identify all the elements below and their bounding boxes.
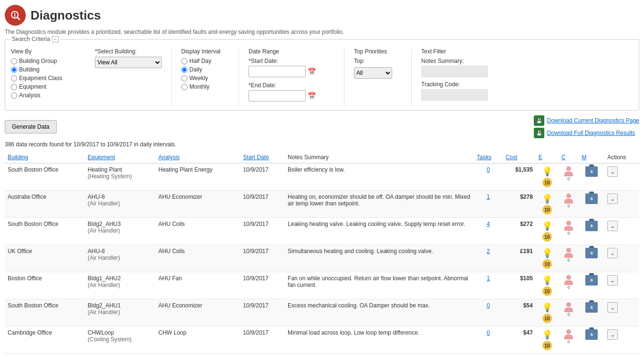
start-date-field: *Start Date: 10/9/2017 📅: [249, 58, 334, 77]
cell-m: 6: [579, 191, 604, 218]
top-priorities-dropdown[interactable]: All 10 20 50: [354, 67, 392, 79]
row-dropdown-button[interactable]: ⌄: [607, 302, 618, 313]
radio-half-day[interactable]: Half Day: [181, 58, 229, 64]
cell-start-date: 10/9/2017: [240, 299, 285, 326]
col-header-c[interactable]: C: [559, 152, 579, 163]
table-row: South Boston Office Bldg2_AHU3 (Air Hand…: [5, 218, 639, 245]
cell-e: 💡 10: [536, 299, 559, 326]
cell-building: Boston Office: [5, 272, 85, 299]
cell-actions[interactable]: ⌄: [604, 191, 639, 218]
cell-equipment: Bldg1_AHU2 (Air Handler): [85, 272, 156, 299]
view-by-label: View By: [11, 48, 87, 55]
cell-c: 0: [559, 163, 579, 191]
radio-weekly[interactable]: Weekly: [181, 75, 229, 82]
cell-cost: £191: [503, 245, 536, 272]
task-count-link[interactable]: 0: [487, 329, 490, 336]
cell-start-date: 10/9/2017: [240, 272, 285, 299]
cell-building: Australia Office: [5, 191, 85, 218]
radio-equipment[interactable]: Equipment: [11, 83, 87, 90]
col-header-building[interactable]: Building: [5, 152, 85, 163]
task-count-link[interactable]: 2: [487, 248, 490, 255]
table-row: UK Office AHU-8 (Air Handler) AHU Coils …: [5, 245, 639, 272]
cell-actions[interactable]: ⌄: [604, 218, 639, 245]
cell-start-date: 10/9/2017: [240, 218, 285, 245]
row-dropdown-button[interactable]: ⌄: [607, 166, 618, 177]
cell-notes: Simultaneous heating and cooling. Leakin…: [285, 245, 474, 272]
date-range-section: Date Range *Start Date: 10/9/2017 📅 *End…: [249, 48, 334, 106]
cell-tasks: 0: [474, 163, 502, 191]
radio-equipment-class[interactable]: Equipment Class: [11, 75, 87, 82]
cell-c: 0: [559, 218, 579, 245]
top-priorities-section: Top Priorities Top: All 10 20 50: [354, 48, 402, 79]
col-header-e[interactable]: E: [536, 152, 559, 163]
view-by-radio-group: Building Group Building Equipment Class …: [11, 58, 87, 99]
task-count-link[interactable]: 0: [487, 166, 490, 173]
radio-building[interactable]: Building: [11, 66, 87, 73]
cell-tasks: 0: [474, 326, 502, 354]
row-dropdown-button[interactable]: ⌄: [607, 194, 618, 204]
cell-notes: Boiler efficiency is low.: [285, 163, 474, 191]
svg-point-3: [14, 17, 15, 18]
tracking-code-input[interactable]: [421, 89, 488, 101]
table-row: Cambridge Office CHWLoop (Cooling System…: [5, 326, 639, 354]
table-header-row: Building Equipment Analysis Start Date N…: [5, 152, 639, 163]
cell-actions[interactable]: ⌄: [604, 245, 639, 272]
cell-cost: $105: [503, 272, 536, 299]
cell-equipment: AHU-8 (Air Handler): [85, 245, 156, 272]
diagnostics-icon: [5, 5, 26, 26]
cell-e: 💡 10: [536, 218, 559, 245]
cell-m: 6: [579, 272, 604, 299]
row-dropdown-button[interactable]: ⌄: [607, 329, 618, 340]
select-building-dropdown[interactable]: View All: [95, 57, 162, 68]
cell-actions[interactable]: ⌄: [604, 272, 639, 299]
cell-notes: Leaking heating valve. Leaking cooling v…: [285, 218, 474, 245]
col-header-m[interactable]: M: [579, 152, 604, 163]
end-date-calendar-icon[interactable]: 📅: [308, 92, 316, 100]
page-description: The Diagnostics module provides a priori…: [5, 29, 639, 35]
cell-c: 0: [559, 326, 579, 354]
radio-building-group[interactable]: Building Group: [11, 58, 87, 64]
row-dropdown-button[interactable]: ⌄: [607, 275, 618, 286]
records-info: 386 data records found for 10/9/2017 to …: [5, 141, 639, 148]
text-filter-section: Text Filter Notes Summary: Tracking Code…: [421, 48, 493, 104]
cell-notes: Heating on, economizer should be off. OA…: [285, 191, 474, 218]
start-date-input[interactable]: 10/9/2017: [249, 66, 306, 77]
cell-actions[interactable]: ⌄: [604, 299, 639, 326]
row-dropdown-button[interactable]: ⌄: [607, 248, 618, 258]
generate-data-button[interactable]: Generate Data: [5, 120, 57, 133]
end-date-input[interactable]: 10/9/2017: [249, 90, 306, 102]
notes-summary-field: Notes Summary:: [421, 58, 493, 77]
radio-analysis[interactable]: Analysis: [11, 92, 87, 99]
end-date-field: *End Date: 10/9/2017 📅: [249, 82, 334, 102]
table-row: South Boston Office Heating Plant (Heati…: [5, 163, 639, 191]
radio-daily[interactable]: Daily: [181, 66, 229, 73]
task-count-link[interactable]: 4: [487, 221, 490, 227]
cell-e: 💡 10: [536, 163, 559, 191]
cell-tasks: 0: [474, 299, 502, 326]
cell-actions[interactable]: ⌄: [604, 326, 639, 354]
cell-cost: $1,535: [503, 163, 536, 191]
cell-cost: $47: [503, 326, 536, 354]
col-header-cost[interactable]: Cost: [503, 152, 536, 163]
collapse-icon[interactable]: −: [52, 36, 59, 42]
cell-tasks: 1: [474, 191, 502, 218]
select-building-label: *Select Building:: [95, 48, 162, 55]
notes-summary-input[interactable]: [421, 66, 488, 77]
cell-m: 6: [579, 245, 604, 272]
cell-tasks: 1: [474, 272, 502, 299]
task-count-link[interactable]: 0: [487, 302, 490, 309]
download-current-link[interactable]: 💾 Download Current Diagnostics Page: [534, 115, 639, 126]
task-count-link[interactable]: 1: [487, 194, 490, 200]
col-header-analysis[interactable]: Analysis: [156, 152, 240, 163]
text-filter-label: Text Filter: [421, 48, 493, 55]
row-dropdown-button[interactable]: ⌄: [607, 221, 618, 231]
start-date-calendar-icon[interactable]: 📅: [308, 68, 316, 75]
task-count-link[interactable]: 1: [487, 275, 490, 282]
table-row: Australia Office AHU-8 (Air Handler) AHU…: [5, 191, 639, 218]
col-header-start-date[interactable]: Start Date: [240, 152, 285, 163]
radio-monthly[interactable]: Monthly: [181, 83, 229, 90]
col-header-equipment[interactable]: Equipment: [85, 152, 156, 163]
download-full-link[interactable]: 💾 Download Full Diagnostics Results: [534, 128, 639, 138]
cell-actions[interactable]: ⌄: [604, 163, 639, 191]
col-header-tasks[interactable]: Tasks: [474, 152, 502, 163]
